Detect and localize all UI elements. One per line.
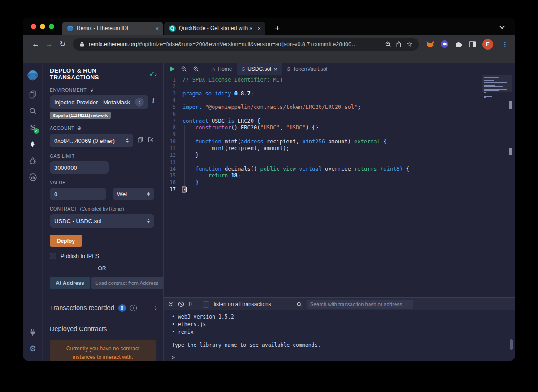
- deploy-button[interactable]: Deploy: [50, 235, 82, 247]
- browser-tab-remix[interactable]: Remix - Ethereum IDE ×: [62, 22, 163, 35]
- code-line[interactable]: 11 _mint(recipient, amount);: [164, 145, 515, 152]
- code-line[interactable]: 17}: [164, 186, 515, 193]
- code-line[interactable]: 5import "@openzeppelin/contracts/token/E…: [164, 104, 515, 111]
- terminal-line: •remix: [172, 328, 515, 336]
- address-bar[interactable]: remix.ethereum.org/#optimize=false&runs=…: [73, 38, 419, 51]
- share-icon[interactable]: [395, 41, 402, 48]
- search-icon[interactable]: [23, 103, 42, 119]
- code-line[interactable]: 6: [164, 111, 515, 117]
- code-lines: 1// SPDX-License-Identifier: MIT23pragma…: [164, 77, 515, 193]
- code-line[interactable]: 14 function decimals() public view virtu…: [164, 166, 515, 172]
- code-line[interactable]: 12 }: [164, 152, 515, 159]
- tab-close-icon[interactable]: ×: [155, 26, 159, 31]
- debugger-icon[interactable]: [23, 152, 42, 169]
- environment-info-icon[interactable]: i: [152, 97, 154, 104]
- terminal-scrollbar[interactable]: [510, 339, 513, 350]
- code-line[interactable]: 10 function mint(address recipient, uint…: [164, 138, 515, 145]
- environment-select[interactable]: Injected Provider - MetaMask: [50, 95, 148, 109]
- terminal-count: 0: [189, 301, 192, 307]
- code-line[interactable]: 13: [164, 159, 515, 166]
- code-line[interactable]: 8 constructor() ERC20("USDC", "USDC") {}: [164, 125, 515, 131]
- add-account-icon[interactable]: ⊕: [77, 125, 82, 131]
- code-line[interactable]: 4: [164, 97, 515, 104]
- scrollbar-marker[interactable]: [509, 148, 512, 155]
- browser-menu-icon[interactable]: ⋮: [502, 40, 508, 48]
- scrollbar-marker[interactable]: [509, 101, 512, 109]
- value-input[interactable]: [50, 188, 106, 200]
- browser-tab-quicknode[interactable]: Q QuickNode - Get started with s ×: [164, 22, 265, 35]
- zoom-in-icon[interactable]: [193, 66, 199, 72]
- editor-tab-home[interactable]: ⌂ Home: [206, 63, 237, 75]
- terminal-search-input[interactable]: [307, 300, 413, 309]
- code-line[interactable]: 9: [164, 131, 515, 138]
- editor-tab-usdc[interactable]: S USDC.sol ×: [237, 63, 282, 75]
- close-tab-icon[interactable]: ×: [274, 66, 278, 73]
- minimap[interactable]: [484, 77, 509, 100]
- extensions-puzzle-icon[interactable]: [455, 40, 463, 48]
- bookmark-star-icon[interactable]: ☆: [406, 40, 412, 48]
- remix-app: S ✓ ⚙: [23, 63, 515, 361]
- close-window-button[interactable]: [31, 24, 36, 29]
- settings-gear-icon[interactable]: ⚙: [23, 340, 42, 357]
- lock-icon[interactable]: [79, 41, 85, 47]
- wallet-extension-icon[interactable]: [440, 40, 449, 48]
- code-line[interactable]: 2: [164, 83, 515, 90]
- statistics-icon[interactable]: [23, 169, 42, 185]
- sign-message-icon[interactable]: [148, 136, 154, 143]
- solidity-compiler-icon[interactable]: S ✓: [23, 119, 42, 136]
- code-line[interactable]: 15 return 18;: [164, 172, 515, 179]
- listen-transactions-checkbox[interactable]: [203, 301, 209, 308]
- metamask-extension-icon[interactable]: [426, 40, 434, 48]
- remix-logo[interactable]: [23, 65, 42, 86]
- profile-avatar[interactable]: F: [482, 39, 493, 50]
- account-label: ACCOUNT ⊕: [50, 125, 154, 131]
- new-tab-button[interactable]: +: [272, 23, 282, 33]
- panel-collapse-icon[interactable]: ›: [155, 70, 157, 78]
- value-unit-select[interactable]: Wei: [113, 188, 154, 200]
- terminal-line: •web3 version 1.5.2: [172, 313, 515, 321]
- zoom-out-icon[interactable]: [181, 66, 187, 72]
- back-button[interactable]: ←: [30, 40, 42, 48]
- quicknode-favicon: Q: [169, 25, 176, 32]
- ethers-link[interactable]: ethers.js: [178, 321, 206, 327]
- file-explorer-icon[interactable]: [23, 86, 42, 103]
- code-line[interactable]: 16 }: [164, 179, 515, 186]
- web3-link[interactable]: web3 version 1.5.2: [178, 314, 234, 320]
- copy-account-icon[interactable]: [137, 136, 143, 143]
- code-editor[interactable]: 1// SPDX-License-Identifier: MIT23pragma…: [164, 75, 515, 297]
- terminal-prompt[interactable]: >: [172, 354, 515, 361]
- transactions-info-icon[interactable]: i: [130, 305, 137, 311]
- fullscreen-window-button[interactable]: [49, 24, 54, 29]
- code-line[interactable]: 7contract USDC is ERC20 {: [164, 118, 515, 125]
- forward-button[interactable]: →: [43, 40, 55, 48]
- sidebar-toggle-icon[interactable]: [469, 41, 477, 48]
- reload-button[interactable]: ↻: [56, 40, 69, 48]
- terminal-output[interactable]: •web3 version 1.5.2 •ethers.js •remix Ty…: [164, 310, 515, 361]
- deploy-and-run-icon[interactable]: [23, 136, 42, 152]
- tab-close-icon[interactable]: ×: [257, 26, 261, 31]
- terminal-toolbar: 0 listen on all transactions: [164, 298, 515, 310]
- minimize-window-button[interactable]: [40, 24, 45, 29]
- gas-limit-input[interactable]: [50, 161, 109, 174]
- contract-select[interactable]: USDC - USDC.sol: [50, 214, 154, 228]
- terminal-clear-icon[interactable]: [178, 301, 184, 307]
- remix-lib-label: remix: [178, 329, 194, 335]
- minimap-line: [484, 99, 484, 99]
- minimap-line: [484, 77, 499, 78]
- select-stepper[interactable]: [135, 98, 144, 107]
- code-line[interactable]: 3pragma solidity 0.8.7;: [164, 90, 515, 97]
- plugin-manager-icon[interactable]: [23, 324, 42, 340]
- transactions-expand-icon[interactable]: ›: [155, 304, 157, 312]
- tab-search-chevron-icon[interactable]: [499, 24, 504, 29]
- editor-tab-tokenvault[interactable]: S TokenVault.sol: [282, 63, 332, 75]
- at-address-button[interactable]: At Address: [50, 277, 90, 289]
- account-select[interactable]: 0xb84...40069 (0 ether): [50, 134, 133, 147]
- zoom-page-icon[interactable]: [385, 41, 391, 47]
- terminal-collapse-icon[interactable]: [168, 302, 174, 307]
- desktop: Remix - Ethereum IDE × Q QuickNode - Get…: [0, 0, 538, 392]
- code-line[interactable]: 1// SPDX-License-Identifier: MIT: [164, 77, 515, 83]
- at-address-input[interactable]: [91, 277, 164, 289]
- minimap-line: [484, 89, 507, 90]
- run-script-play-button[interactable]: [170, 66, 175, 72]
- publish-ipfs-checkbox[interactable]: [50, 253, 56, 259]
